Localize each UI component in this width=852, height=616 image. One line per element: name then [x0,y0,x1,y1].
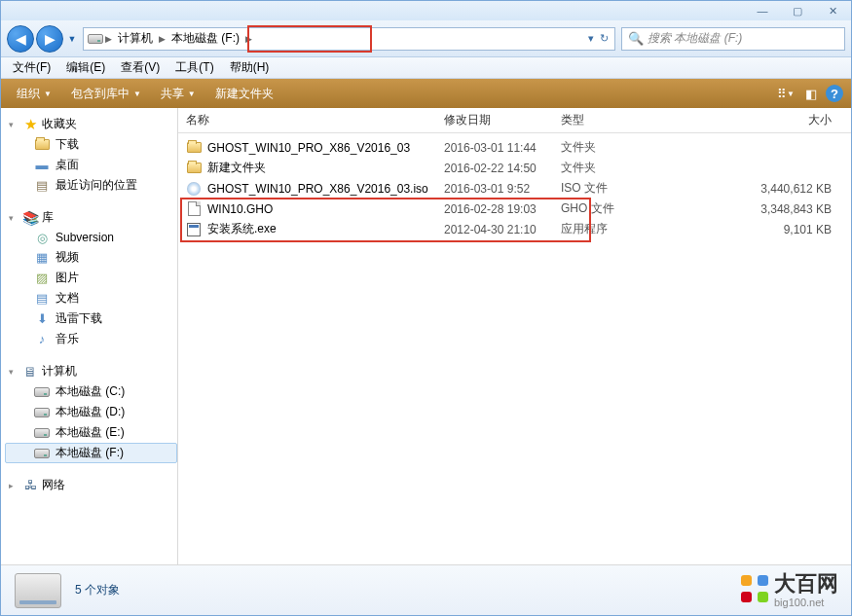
column-size[interactable]: 大小 [660,112,851,128]
drive-icon [34,384,50,400]
share-button[interactable]: 共享▼ [153,83,204,105]
preview-pane-button[interactable]: ◧ [800,84,822,103]
folder-icon [186,140,202,156]
tree-thunder[interactable]: ⬇迅雷下载 [5,308,177,329]
file-name: WIN10.GHO [207,202,273,216]
watermark: 大百网 big100.net [741,569,838,608]
file-row[interactable]: 新建文件夹2016-02-22 14:50文件夹 [178,158,851,178]
chevron-down-icon: ▼ [188,90,196,98]
column-date[interactable]: 修改日期 [436,112,553,128]
address-dropdown-icon[interactable]: ▾ [588,32,594,45]
tree-drive-f[interactable]: 本地磁盘 (F:) [5,443,177,463]
back-button[interactable]: ◀ [7,25,34,53]
breadcrumb-computer[interactable]: 计算机 [114,28,157,50]
tree-drive-e[interactable]: 本地磁盘 (E:) [5,422,177,443]
file-type: 应用程序 [553,221,660,237]
tree-libraries[interactable]: ▾📚库 [5,207,177,228]
menu-view[interactable]: 查看(V) [115,57,166,78]
tree-drive-d[interactable]: 本地磁盘 (D:) [5,402,177,422]
annotation-highlight [247,25,372,53]
file-size: 3,348,843 KB [660,202,851,216]
forward-button[interactable]: ▶ [36,25,63,53]
breadcrumb-drive[interactable]: 本地磁盘 (F:) [167,28,243,50]
refresh-button[interactable]: ↻ [600,32,609,45]
close-button[interactable]: ✕ [822,4,843,18]
tree-desktop[interactable]: ▬桌面 [5,155,177,175]
help-button[interactable]: ? [826,85,843,102]
file-row[interactable]: GHOST_WIN10_PRO_X86_V2016_032016-03-01 1… [178,137,851,158]
tree-network[interactable]: ▸🖧网络 [5,475,177,495]
tree-pictures[interactable]: ▨图片 [5,268,177,288]
organize-button[interactable]: 组织▼ [9,83,59,105]
menu-tools[interactable]: 工具(T) [169,57,219,78]
exe-icon [186,222,202,237]
navigation-tree[interactable]: ▾★收藏夹 下载 ▬桌面 ▤最近访问的位置 ▾📚库 ◎Subversion ▦视… [1,108,178,564]
search-input[interactable]: 🔍 搜索 本地磁盘 (F:) [621,27,845,51]
minimize-button[interactable]: — [752,4,773,18]
title-bar: — ▢ ✕ [1,1,851,20]
drive-icon [88,31,103,47]
menu-edit[interactable]: 编辑(E) [60,57,111,78]
desktop-icon: ▬ [34,158,50,173]
chevron-down-icon: ▼ [44,90,52,98]
tree-documents[interactable]: ▤文档 [5,288,177,308]
command-bar: 组织▼ 包含到库中▼ 共享▼ 新建文件夹 ⠿ ▼ ◧ ? [1,79,851,108]
breadcrumb-sep-icon: ▶ [157,34,167,44]
file-name: 新建文件夹 [207,160,266,176]
file-row[interactable]: WIN10.GHO2016-02-28 19:03GHO 文件3,348,843… [178,199,851,219]
menu-file[interactable]: 文件(F) [7,57,56,78]
history-dropdown[interactable]: ▼ [65,25,79,53]
breadcrumb-sep-icon: ▶ [243,34,254,44]
document-icon: ▤ [34,291,50,307]
file-date: 2016-02-28 19:03 [436,202,553,216]
file-type: 文件夹 [553,139,660,156]
status-count: 5 个对象 [75,582,120,598]
file-date: 2016-03-01 11:44 [436,141,553,155]
file-row[interactable]: 安装系统.exe2012-04-30 21:10应用程序9,101 KB [178,219,851,239]
recent-icon: ▤ [34,178,50,194]
star-icon: ★ [22,117,38,132]
tree-downloads[interactable]: 下载 [5,134,177,155]
view-options-button[interactable]: ⠿ ▼ [775,84,796,103]
folder-icon [34,137,50,153]
new-folder-button[interactable]: 新建文件夹 [207,83,281,105]
explorer-window: — ▢ ✕ ◀ ▶ ▼ ▶ 计算机 ▶ 本地磁盘 (F:) ▶ ▾ ↻ 🔍 搜索… [0,0,852,616]
network-icon: 🖧 [22,478,38,493]
menu-help[interactable]: 帮助(H) [224,57,276,78]
tree-videos[interactable]: ▦视频 [5,247,177,268]
breadcrumb-sep-icon: ▶ [103,34,114,44]
address-bar[interactable]: ▶ 计算机 ▶ 本地磁盘 (F:) ▶ ▾ ↻ [83,27,615,51]
tree-favorites[interactable]: ▾★收藏夹 [5,114,177,134]
computer-icon: 🖥 [22,364,38,380]
tree-music[interactable]: ♪音乐 [5,329,177,349]
close-icon: ✕ [829,5,837,18]
file-type: GHO 文件 [553,200,660,217]
navigation-bar: ◀ ▶ ▼ ▶ 计算机 ▶ 本地磁盘 (F:) ▶ ▾ ↻ 🔍 搜索 本地磁盘 … [1,20,851,57]
tree-computer[interactable]: ▾🖥计算机 [5,361,177,381]
column-name[interactable]: 名称 [178,112,436,128]
column-type[interactable]: 类型 [553,112,660,128]
include-library-button[interactable]: 包含到库中▼ [63,83,149,105]
tree-drive-c[interactable]: 本地磁盘 (C:) [5,381,177,402]
chevron-down-icon: ▼ [133,90,141,98]
menu-bar: 文件(F) 编辑(E) 查看(V) 工具(T) 帮助(H) [1,57,851,79]
iso-icon [186,181,202,197]
file-row[interactable]: GHOST_WIN10_PRO_X86_V2016_03.iso2016-03-… [178,178,851,199]
file-list-area: 名称 修改日期 类型 大小 GHOST_WIN10_PRO_X86_V2016_… [178,108,851,564]
collapse-icon: ▾ [9,120,19,129]
drive-large-icon [15,573,61,608]
file-icon [186,201,202,217]
file-type: 文件夹 [553,160,660,176]
music-icon: ♪ [34,332,50,347]
drive-icon [34,405,50,420]
content-body: ▾★收藏夹 下载 ▬桌面 ▤最近访问的位置 ▾📚库 ◎Subversion ▦视… [1,108,851,564]
tree-recent[interactable]: ▤最近访问的位置 [5,175,177,196]
status-bar: 5 个对象 [1,564,851,615]
expand-icon: ▸ [9,481,19,490]
watermark-logo-icon [741,575,768,602]
collapse-icon: ▾ [9,367,19,377]
drive-icon [34,446,50,461]
tree-subversion[interactable]: ◎Subversion [5,228,177,247]
maximize-button[interactable]: ▢ [787,4,808,18]
download-icon: ⬇ [34,311,50,327]
